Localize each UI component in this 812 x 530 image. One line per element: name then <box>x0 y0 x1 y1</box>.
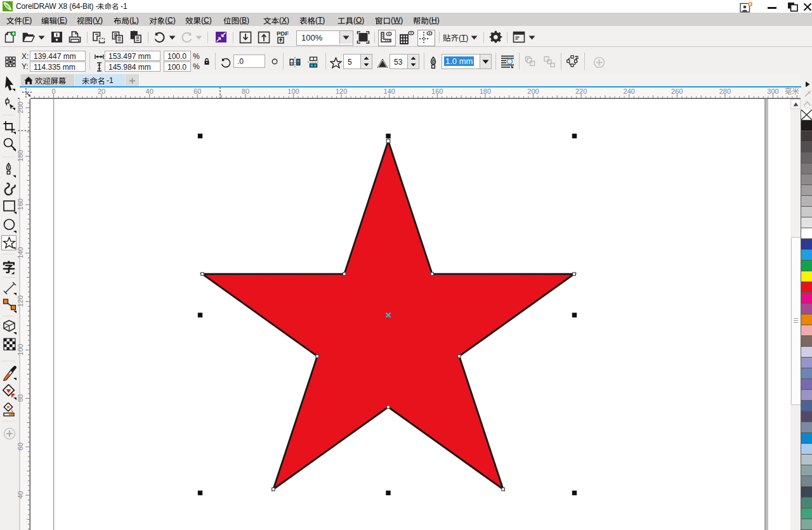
svg-text:100: 100 <box>18 344 24 355</box>
svg-text:240: 240 <box>624 87 635 95</box>
svg-text:80: 80 <box>242 87 249 95</box>
svg-text:160: 160 <box>431 87 443 95</box>
svg-text:80: 80 <box>18 394 24 402</box>
svg-text:180: 180 <box>18 150 24 162</box>
svg-text:40: 40 <box>146 87 154 95</box>
svg-text:20: 20 <box>98 87 105 95</box>
svg-text:220: 220 <box>575 87 587 95</box>
svg-text:140: 140 <box>18 247 24 259</box>
svg-text:140: 140 <box>384 87 395 95</box>
svg-text:200: 200 <box>527 87 539 95</box>
svg-text:200: 200 <box>18 101 24 113</box>
svg-text:260: 260 <box>671 87 683 95</box>
svg-text:300: 300 <box>767 87 778 95</box>
svg-text:180: 180 <box>480 87 491 95</box>
svg-text:100: 100 <box>287 87 299 95</box>
svg-text:40: 40 <box>18 491 24 499</box>
svg-text:120: 120 <box>18 295 24 307</box>
svg-text:280: 280 <box>719 87 731 95</box>
svg-text:160: 160 <box>18 198 24 210</box>
svg-text:60: 60 <box>18 443 24 450</box>
svg-text:60: 60 <box>193 87 201 95</box>
svg-text:PDF: PDF <box>277 30 289 37</box>
svg-text:120: 120 <box>336 87 347 95</box>
svg-text:0: 0 <box>51 87 55 95</box>
